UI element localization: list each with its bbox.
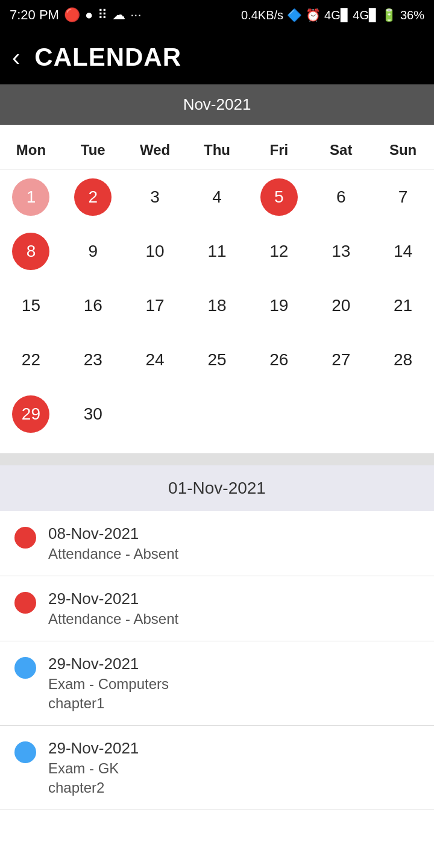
cal-day-15[interactable]: 15 xyxy=(0,278,62,333)
event-item-0[interactable]: 08-Nov-2021Attendance - Absent xyxy=(0,511,434,576)
day-header-fri: Fri xyxy=(248,137,310,163)
day-header-sun: Sun xyxy=(372,137,434,163)
event-content-3: 29-Nov-2021Exam - GKchapter2 xyxy=(48,739,139,796)
events-header: 01-Nov-2021 xyxy=(0,465,434,511)
cal-day-26[interactable]: 26 xyxy=(248,333,310,387)
cal-day-25[interactable]: 25 xyxy=(186,333,248,387)
month-header: Nov-2021 xyxy=(0,84,434,125)
status-time: 7:20 PM xyxy=(10,7,59,23)
location-icon: ● xyxy=(85,7,93,23)
app-header: ‹ CALENDAR xyxy=(0,30,434,84)
alarm-icon: ⏰ xyxy=(306,8,321,22)
cal-day-10[interactable]: 10 xyxy=(124,224,186,278)
event-dot-3 xyxy=(14,741,36,763)
cal-day-28[interactable]: 28 xyxy=(372,333,434,387)
cal-day-20[interactable]: 20 xyxy=(310,278,372,333)
event-content-2: 29-Nov-2021Exam - Computerschapter1 xyxy=(48,655,169,712)
events-list: 08-Nov-2021Attendance - Absent29-Nov-202… xyxy=(0,511,434,810)
cal-day-17[interactable]: 17 xyxy=(124,278,186,333)
dots-icon: ··· xyxy=(130,7,141,23)
cloud-icon: ☁ xyxy=(112,7,125,23)
cal-day-8[interactable]: 8 xyxy=(0,224,62,278)
event-dot-2 xyxy=(14,657,36,679)
day-header-tue: Tue xyxy=(62,137,124,163)
calendar-grid: 1234567891011121314151617181920212223242… xyxy=(0,170,434,441)
carrier-icon: 🔴 xyxy=(64,7,80,23)
cal-day-27[interactable]: 27 xyxy=(310,333,372,387)
event-title-3: Exam - GK xyxy=(48,760,139,777)
cal-day-23[interactable]: 23 xyxy=(62,333,124,387)
signal-icons: 4G▊ 4G▊ xyxy=(324,8,378,22)
cal-day-1[interactable]: 1 xyxy=(0,170,62,224)
cal-day-5[interactable]: 5 xyxy=(248,170,310,224)
apps-icon: ⠿ xyxy=(98,7,107,23)
status-bar: 7:20 PM 🔴 ● ⠿ ☁ ··· 0.4KB/s 🔷 ⏰ 4G▊ 4G▊ … xyxy=(0,0,434,30)
event-date-2: 29-Nov-2021 xyxy=(48,655,169,673)
event-content-0: 08-Nov-2021Attendance - Absent xyxy=(48,524,178,562)
network-speed: 0.4KB/s xyxy=(241,8,283,22)
cal-day-22[interactable]: 22 xyxy=(0,333,62,387)
event-date-0: 08-Nov-2021 xyxy=(48,524,178,543)
day-header-mon: Mon xyxy=(0,137,62,163)
event-title-0: Attendance - Absent xyxy=(48,546,178,562)
status-right: 0.4KB/s 🔷 ⏰ 4G▊ 4G▊ 🔋 36% xyxy=(241,8,424,22)
battery-icon: 🔋 xyxy=(382,8,397,22)
event-title-1: Attendance - Absent xyxy=(48,611,178,627)
event-date-3: 29-Nov-2021 xyxy=(48,739,139,758)
event-dot-0 xyxy=(14,527,36,549)
cal-day-24[interactable]: 24 xyxy=(124,333,186,387)
day-header-wed: Wed xyxy=(124,137,186,163)
cal-day-9[interactable]: 9 xyxy=(62,224,124,278)
cal-day-14[interactable]: 14 xyxy=(372,224,434,278)
status-left: 7:20 PM 🔴 ● ⠿ ☁ ··· xyxy=(10,7,142,23)
cal-day-16[interactable]: 16 xyxy=(62,278,124,333)
event-date-1: 29-Nov-2021 xyxy=(48,590,178,608)
cal-day-29[interactable]: 29 xyxy=(0,387,62,441)
cal-day-30[interactable]: 30 xyxy=(62,387,124,441)
cal-day-7[interactable]: 7 xyxy=(372,170,434,224)
cal-day-11[interactable]: 11 xyxy=(186,224,248,278)
event-dot-1 xyxy=(14,592,36,614)
back-button[interactable]: ‹ xyxy=(12,45,20,69)
cal-day-19[interactable]: 19 xyxy=(248,278,310,333)
event-title-2: Exam - Computers xyxy=(48,676,169,693)
day-header-sat: Sat xyxy=(310,137,372,163)
cal-day-18[interactable]: 18 xyxy=(186,278,248,333)
cal-day-6[interactable]: 6 xyxy=(310,170,372,224)
bluetooth-icon: 🔷 xyxy=(287,8,302,22)
battery-level: 36% xyxy=(400,8,424,22)
cal-day-2[interactable]: 2 xyxy=(62,170,124,224)
section-divider xyxy=(0,453,434,465)
day-header-thu: Thu xyxy=(186,137,248,163)
cal-day-13[interactable]: 13 xyxy=(310,224,372,278)
day-headers-row: Mon Tue Wed Thu Fri Sat Sun xyxy=(0,131,434,170)
cal-day-21[interactable]: 21 xyxy=(372,278,434,333)
page-title: CALENDAR xyxy=(34,43,181,72)
event-content-1: 29-Nov-2021Attendance - Absent xyxy=(48,590,178,627)
calendar-section: Mon Tue Wed Thu Fri Sat Sun 123456789101… xyxy=(0,125,434,453)
event-item-2[interactable]: 29-Nov-2021Exam - Computerschapter1 xyxy=(0,641,434,726)
event-item-3[interactable]: 29-Nov-2021Exam - GKchapter2 xyxy=(0,726,434,810)
cal-day-4[interactable]: 4 xyxy=(186,170,248,224)
cal-day-12[interactable]: 12 xyxy=(248,224,310,278)
cal-day-3[interactable]: 3 xyxy=(124,170,186,224)
event-subtitle-2: chapter1 xyxy=(48,695,169,712)
event-item-1[interactable]: 29-Nov-2021Attendance - Absent xyxy=(0,576,434,641)
event-subtitle-3: chapter2 xyxy=(48,779,139,796)
